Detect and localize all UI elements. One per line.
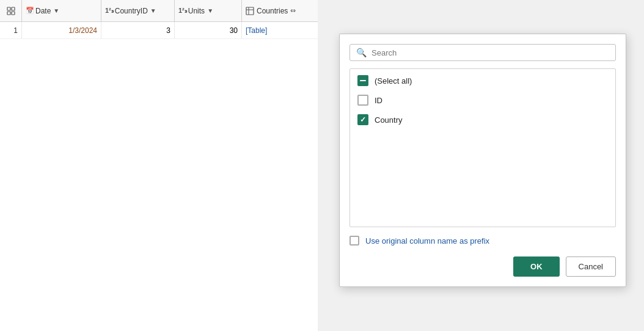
svg-rect-3 [12,12,15,15]
checkbox-id[interactable] [357,95,368,106]
col-header-date-label: Date [35,7,51,15]
svg-rect-2 [7,12,10,15]
col-header-countries[interactable]: Countries ⇔ [242,0,329,21]
expand-icon-countries[interactable]: ⇔ [290,7,296,15]
checkbox-country[interactable]: ✓ [357,114,368,125]
units-dropdown-arrow[interactable]: ▼ [207,7,213,14]
data-rows: 1 1/3/2024 3 30 [Table] [0,22,329,39]
checkbox-label-select-all: (Select all) [375,76,412,85]
expand-columns-dialog: 🔍 (Select all) ID ✓ Country Use original… [339,34,626,287]
prefix-row[interactable]: Use original column name as prefix [349,236,616,246]
search-input[interactable] [371,48,609,57]
checkmark-icon: ✓ [360,116,366,123]
table-area: 📅 Date ▼ 1²₃ CountryID ▼ 1²₃ Units ▼ Cou… [0,0,330,331]
col-header-units-label: Units [188,7,205,15]
col-header-countries-label: Countries [257,7,288,15]
cell-rownum-1: 1 [0,22,22,38]
checkbox-item-select-all[interactable]: (Select all) [357,75,608,86]
date-dropdown-arrow[interactable]: ▼ [53,7,59,14]
table-icon-countries [246,7,254,15]
checkbox-select-all[interactable] [357,75,368,86]
prefix-checkbox[interactable] [349,236,359,246]
svg-rect-1 [12,7,15,10]
prefix-label: Use original column name as prefix [365,236,489,246]
table-row: 1 1/3/2024 3 30 [Table] [0,22,329,39]
checkbox-label-country: Country [375,115,403,125]
search-icon: 🔍 [356,48,367,57]
checkbox-item-country[interactable]: ✓ Country [357,114,608,125]
grid-icon [7,7,15,15]
number-icon-countryid: 1²₃ [105,7,114,15]
svg-rect-4 [246,7,254,15]
col-header-countryid[interactable]: 1²₃ CountryID ▼ [101,0,175,21]
buttons-row: OK Cancel [349,256,616,277]
col-header-countryid-label: CountryID [115,7,148,15]
checkbox-label-id: ID [375,96,382,105]
svg-rect-0 [7,7,10,10]
ok-button[interactable]: OK [513,256,560,277]
countryid-dropdown-arrow[interactable]: ▼ [150,7,156,14]
cell-units-1: 30 [175,22,242,38]
cell-countries-1: [Table] [242,22,329,38]
col-header-rownum [0,0,22,21]
calendar-icon: 📅 [26,7,34,15]
cancel-button[interactable]: Cancel [566,256,616,277]
cell-date-1: 1/3/2024 [22,22,101,38]
partial-mark-icon [360,80,366,81]
col-header-units[interactable]: 1²₃ Units ▼ [175,0,242,21]
col-header-date[interactable]: 📅 Date ▼ [22,0,101,21]
checkbox-item-id[interactable]: ID [357,95,608,106]
column-headers: 📅 Date ▼ 1²₃ CountryID ▼ 1²₃ Units ▼ Cou… [0,0,329,22]
number-icon-units: 1²₃ [178,7,187,15]
cell-countryid-1: 3 [101,22,175,38]
checkbox-list: (Select all) ID ✓ Country [349,68,616,227]
search-box[interactable]: 🔍 [349,44,616,61]
